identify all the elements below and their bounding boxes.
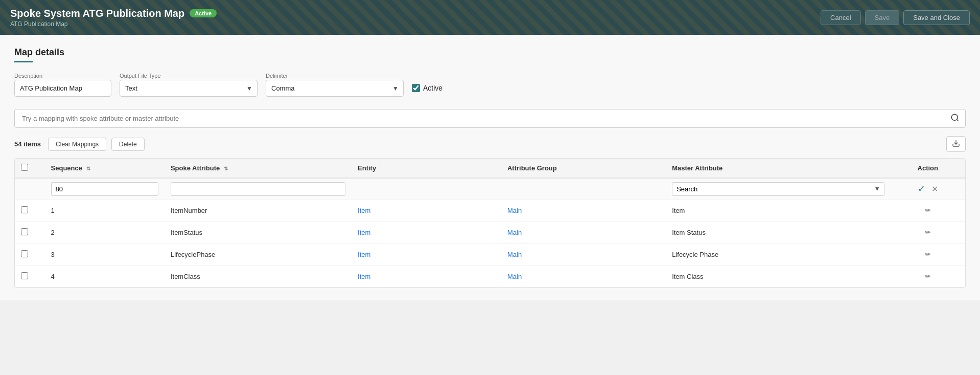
header-title-row: Spoke System ATG Publication Map Active <box>10 8 217 19</box>
edit-row-entity-cell <box>352 178 501 200</box>
row-master-attribute: Item Status <box>666 222 890 244</box>
attribute-group-link[interactable]: Main <box>507 207 522 214</box>
entity-link[interactable]: Item <box>358 229 370 236</box>
active-checkbox[interactable] <box>412 84 420 92</box>
row-actions: ✏ <box>897 249 959 260</box>
confirm-edit-button[interactable]: ✓ <box>916 182 927 196</box>
download-button[interactable] <box>946 136 966 152</box>
row-attribute-group: Main <box>501 266 666 288</box>
select-all-checkbox[interactable] <box>21 164 28 171</box>
table-row: 1 ItemNumber Item Main Item ✏ <box>15 200 965 222</box>
entity-link[interactable]: Item <box>358 273 370 280</box>
edit-row-button[interactable]: ✏ <box>923 249 932 260</box>
page-subtitle: ATG Publication Map <box>10 20 217 28</box>
header-action: Action <box>891 159 965 178</box>
download-icon <box>952 139 960 147</box>
output-file-type-select[interactable]: Text CSV XML <box>120 80 258 97</box>
edit-row-button[interactable]: ✏ <box>923 227 932 238</box>
page-header: Spoke System ATG Publication Map Active … <box>0 0 980 35</box>
row-attribute-group: Main <box>501 244 666 266</box>
row-action-cell: ✏ <box>891 244 965 266</box>
row-sequence: 4 <box>45 266 165 288</box>
row-action-cell: ✏ <box>891 222 965 244</box>
edit-row-spoke-cell <box>165 178 352 200</box>
row-entity: Item <box>352 200 501 222</box>
row-master-attribute: Lifecycle Phase <box>666 244 890 266</box>
mapping-table: Sequence ⇅ Spoke Attribute ⇅ Entity Attr… <box>15 159 965 288</box>
cancel-button[interactable]: Cancel <box>821 10 860 25</box>
table-edit-row: Search ▼ ✓ ✕ <box>15 178 965 200</box>
table-controls: 54 items Clear Mappings Delete <box>14 136 966 152</box>
master-attribute-search-select[interactable]: Search <box>672 182 884 196</box>
row-checkbox-cell <box>15 222 45 244</box>
search-bar-wrapper <box>14 109 966 128</box>
entity-link[interactable]: Item <box>358 207 370 214</box>
row-checkbox[interactable] <box>21 272 28 279</box>
attribute-group-link[interactable]: Main <box>507 229 522 236</box>
row-sequence: 2 <box>45 222 165 244</box>
output-file-type-wrapper: Text CSV XML ▼ <box>120 80 258 97</box>
header-actions: Cancel Save Save and Close <box>821 10 970 25</box>
edit-row-master-cell: Search ▼ <box>666 178 890 200</box>
sequence-sort-icon: ⇅ <box>86 166 90 171</box>
header-select-all <box>15 159 45 178</box>
row-checkbox[interactable] <box>21 228 28 235</box>
header-attribute-group: Attribute Group <box>501 159 666 178</box>
items-count: 54 items <box>14 140 41 148</box>
row-checkbox[interactable] <box>21 250 28 257</box>
page-title: Spoke System ATG Publication Map <box>10 8 184 19</box>
mapping-search-button[interactable] <box>950 113 960 124</box>
row-attribute-group: Main <box>501 200 666 222</box>
row-spoke-attribute: ItemNumber <box>165 200 352 222</box>
row-action-cell: ✏ <box>891 200 965 222</box>
row-checkbox[interactable] <box>21 206 28 213</box>
save-button[interactable]: Save <box>865 10 900 25</box>
delimiter-wrapper: Comma Tab Pipe ▼ <box>266 80 404 97</box>
row-checkbox-cell <box>15 200 45 222</box>
mapping-search-input[interactable] <box>14 109 966 128</box>
edit-row-sequence-cell <box>45 178 165 200</box>
table-header-row: Sequence ⇅ Spoke Attribute ⇅ Entity Attr… <box>15 159 965 178</box>
svg-line-1 <box>956 119 958 121</box>
active-checkbox-group: Active <box>412 73 442 92</box>
row-spoke-attribute: ItemStatus <box>165 222 352 244</box>
master-search-wrapper: Search ▼ <box>672 182 884 196</box>
delete-button[interactable]: Delete <box>111 138 145 151</box>
clear-mappings-button[interactable]: Clear Mappings <box>48 138 106 151</box>
attribute-group-link[interactable]: Main <box>507 273 522 280</box>
row-entity: Item <box>352 266 501 288</box>
search-icon <box>950 113 960 122</box>
row-entity: Item <box>352 222 501 244</box>
sequence-edit-input[interactable] <box>51 182 158 196</box>
save-and-close-button[interactable]: Save and Close <box>903 10 970 25</box>
entity-link[interactable]: Item <box>358 251 370 258</box>
row-sequence: 3 <box>45 244 165 266</box>
header-sequence[interactable]: Sequence ⇅ <box>45 159 165 178</box>
main-content: Map details Description Output File Type… <box>0 35 980 300</box>
edit-row-button[interactable]: ✏ <box>923 271 932 282</box>
row-spoke-attribute: LifecyclePhase <box>165 244 352 266</box>
row-actions: ✏ <box>897 227 959 238</box>
section-title: Map details <box>14 47 966 58</box>
delimiter-select[interactable]: Comma Tab Pipe <box>266 80 404 97</box>
row-attribute-group: Main <box>501 222 666 244</box>
description-group: Description <box>14 73 111 97</box>
table-row: 4 ItemClass Item Main Item Class ✏ <box>15 266 965 288</box>
row-master-attribute: Item <box>666 200 890 222</box>
delimiter-label: Delimiter <box>266 73 404 79</box>
row-entity: Item <box>352 244 501 266</box>
description-input[interactable] <box>14 80 111 97</box>
header-spoke-attribute[interactable]: Spoke Attribute ⇅ <box>165 159 352 178</box>
spoke-sort-icon: ⇅ <box>224 166 228 171</box>
cancel-edit-button[interactable]: ✕ <box>930 183 940 195</box>
spoke-attribute-edit-input[interactable] <box>171 182 345 196</box>
row-checkbox-cell <box>15 266 45 288</box>
attribute-group-link[interactable]: Main <box>507 251 522 258</box>
header-left: Spoke System ATG Publication Map Active … <box>10 8 217 28</box>
edit-row-button[interactable]: ✏ <box>923 205 932 216</box>
edit-row-action-cell: ✓ ✕ <box>891 178 965 200</box>
row-actions: ✏ <box>897 205 959 216</box>
edit-row-attrgroup-cell <box>501 178 666 200</box>
description-label: Description <box>14 73 111 79</box>
active-label: Active <box>423 84 442 92</box>
